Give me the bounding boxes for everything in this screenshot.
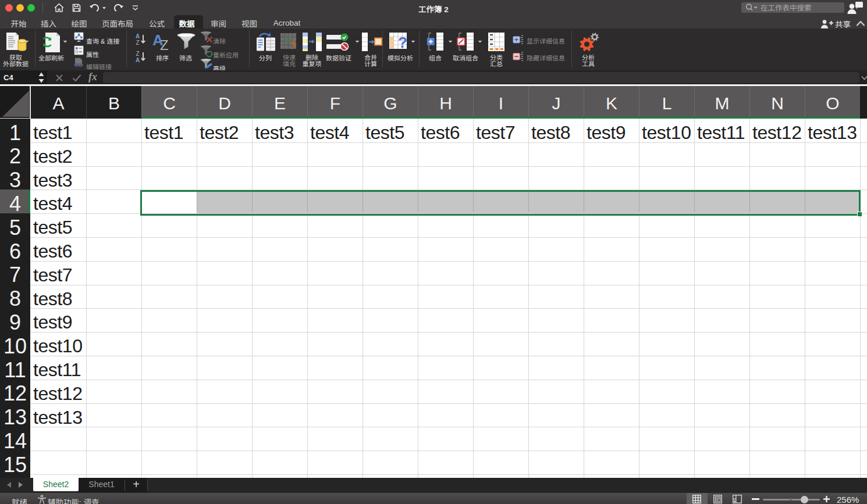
svg-text:A: A xyxy=(136,33,140,40)
svg-text:Z: Z xyxy=(160,37,169,51)
svg-text:?: ? xyxy=(398,34,407,51)
svg-text:Z: Z xyxy=(136,40,140,46)
